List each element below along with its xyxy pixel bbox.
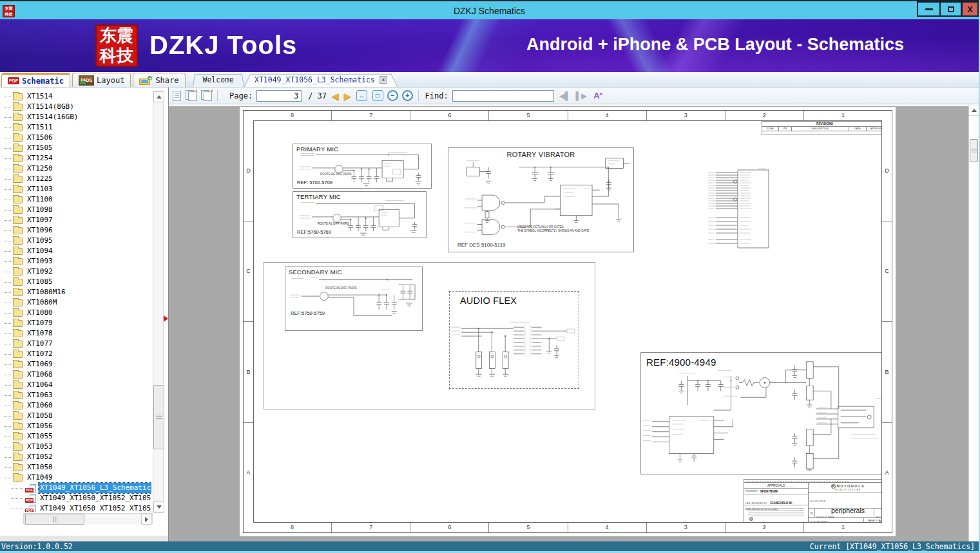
- zoom-in-button[interactable]: +: [402, 90, 413, 101]
- engineer-label: ENGINEER:: [745, 490, 758, 492]
- tree-folder-item[interactable]: XT1254: [0, 153, 151, 164]
- close-button[interactable]: X: [961, 1, 979, 17]
- tab-schematic[interactable]: PDF Schematic: [1, 73, 70, 87]
- scroll-up-button[interactable]: [153, 91, 164, 102]
- tree-folder-item[interactable]: XT1225: [0, 174, 151, 184]
- tree-folder-item[interactable]: XT1050: [0, 462, 151, 473]
- tree-folder-item[interactable]: XT1514(8GB): [0, 102, 151, 112]
- ruler-row-label: C: [882, 221, 892, 322]
- route-note: ROUTE AS DIFF PAIRS: [325, 286, 356, 290]
- tree-folder-item[interactable]: XT1511: [0, 122, 151, 133]
- rev-section: REV 01: [874, 509, 882, 517]
- copy-page-icon[interactable]: [186, 90, 197, 101]
- tree-item-label: XT1069: [26, 359, 54, 370]
- tree-folder-item[interactable]: XT1052: [0, 452, 151, 462]
- tertiary-mic-block: TERTIARY MIC ROUTE AS DIFF PAIRS REF:576…: [293, 191, 427, 238]
- tree-folder-item[interactable]: XT1514(16GB): [0, 112, 151, 122]
- tab-close-icon[interactable]: x: [380, 76, 387, 84]
- tree-folder-item[interactable]: XT1093: [0, 256, 151, 267]
- tree-item-label: XT1514: [26, 91, 54, 102]
- tree-folder-item[interactable]: XT1053: [0, 442, 151, 452]
- next-page-button[interactable]: ▶: [344, 91, 351, 100]
- sidebar-vertical-scrollbar[interactable]: [153, 91, 164, 513]
- tree-file-item[interactable]: PDFXT1049_XT1050_XT1052_XT1053_XT1: [0, 493, 151, 503]
- scroll-down-button[interactable]: [153, 501, 164, 512]
- minimize-button[interactable]: [917, 1, 941, 17]
- tree-folder-item[interactable]: XT1049: [0, 473, 151, 483]
- schematic-page[interactable]: 87654321 DCBA REVISIONS ZONELTRDESCRIPTI…: [240, 107, 896, 536]
- scroll-right-button[interactable]: [141, 514, 152, 525]
- ruler-bottom: 87654321: [253, 523, 882, 532]
- viewer-vertical-scrollbar[interactable]: [968, 106, 979, 541]
- scrollbar-thumb[interactable]: [970, 139, 978, 162]
- previous-page-button[interactable]: ◀: [332, 91, 339, 100]
- scrollbar-thumb[interactable]: [25, 514, 84, 525]
- tree-folder-item[interactable]: XT1056: [0, 421, 151, 431]
- find-input[interactable]: [452, 90, 554, 102]
- tree-folder-item[interactable]: XT1079: [0, 318, 151, 328]
- zoom-out-button[interactable]: −: [387, 90, 398, 101]
- tree-folder-item[interactable]: XT1085: [0, 277, 151, 287]
- tree-folder-item[interactable]: XT1098: [0, 205, 151, 215]
- tree-folder-item[interactable]: XT1072: [0, 349, 151, 359]
- folder-icon: [13, 238, 23, 245]
- revisions-title: REVISIONS: [762, 122, 882, 127]
- tree-file-selected[interactable]: PDFXT1049_XT1056_L3_Schematics: [0, 483, 151, 493]
- scroll-up-button[interactable]: [969, 106, 979, 116]
- sidebar-splitter-arrow[interactable]: [164, 315, 168, 322]
- tab-document[interactable]: XT1049_XT1056_L3_Schematics x: [244, 73, 398, 87]
- tree-folder-item[interactable]: XT1250: [0, 164, 151, 174]
- tree-folder-item[interactable]: XT1058: [0, 411, 151, 421]
- tree-folder-item[interactable]: XT1080: [0, 308, 151, 318]
- sidebar-horizontal-scrollbar[interactable]: [23, 513, 153, 524]
- tree-folder-item[interactable]: XT1092: [0, 267, 151, 277]
- ruler-row-label: B: [244, 321, 253, 422]
- snapshot-icon[interactable]: [201, 90, 212, 101]
- tree-folder-item[interactable]: XT1078: [0, 328, 151, 339]
- maximize-button[interactable]: [939, 1, 962, 17]
- page-number-input[interactable]: [256, 90, 302, 102]
- tree-folder-item[interactable]: XT1055: [0, 431, 151, 442]
- tree-folder-item[interactable]: XT1514: [0, 91, 151, 102]
- folder-icon: [13, 341, 23, 348]
- find-previous-button[interactable]: ◀▌: [559, 92, 571, 100]
- tree-folder-item[interactable]: XT1077: [0, 339, 151, 349]
- tree-folder-item[interactable]: XT1080M: [0, 297, 151, 308]
- tree-folder-item[interactable]: XT1069: [0, 359, 151, 370]
- page-view-icon[interactable]: [173, 91, 181, 101]
- tree-folder-item[interactable]: XT1097: [0, 215, 151, 225]
- banner-tagline: Android + iPhone & PCB Layout - Schemati…: [490, 35, 941, 55]
- app-window: 东震 科技 DZKJ Schematics X 东震 科技 DZKJ Tools…: [0, 0, 980, 553]
- tab-share[interactable]: Share: [133, 73, 185, 87]
- ruler-column-label: 1: [803, 523, 882, 532]
- folder-icon: [13, 320, 23, 327]
- fit-width-button[interactable]: ↔: [356, 90, 367, 101]
- tree-folder-item[interactable]: XT1060: [0, 400, 151, 411]
- tree-connector: [4, 189, 11, 190]
- tree-folder-item[interactable]: XT1064: [0, 380, 151, 390]
- tree-item-label: XT1250: [26, 164, 54, 174]
- tree-folder-item[interactable]: XT1506: [0, 133, 151, 143]
- ruler-row-label: C: [244, 221, 253, 322]
- tab-layout[interactable]: PADS Layout: [72, 73, 131, 87]
- custom-name-section: CUSTOM NAME PAGE 3 OF 37: [809, 518, 882, 523]
- tree-folder-item[interactable]: XT1068: [0, 370, 151, 380]
- main-area: XT1514XT1514(8GB)XT1514(16GB)XT1511XT150…: [0, 88, 979, 541]
- tab-document-label: XT1049_XT1056_L3_Schematics: [255, 75, 375, 84]
- tree-folder-item[interactable]: XT1103: [0, 184, 151, 194]
- find-next-button[interactable]: ▌▶: [575, 92, 587, 100]
- tree-file-item[interactable]: PDFXT1049_XT1050_XT1052_XT1053_XT1: [0, 503, 151, 512]
- scrollbar-thumb[interactable]: [153, 385, 164, 449]
- tree-folder-item[interactable]: XT1100: [0, 194, 151, 205]
- tree-folder-item[interactable]: XT1080M16: [0, 287, 151, 297]
- ruler-column-label: 1: [803, 111, 882, 120]
- fit-page-button[interactable]: □: [372, 90, 383, 101]
- tab-welcome[interactable]: Welcome: [193, 73, 244, 87]
- tree-folder-item[interactable]: XT1505: [0, 143, 151, 153]
- match-case-icon[interactable]: Aa: [593, 91, 602, 100]
- tree-folder-item[interactable]: XT1095: [0, 236, 151, 246]
- tree-item-label: XT1078: [26, 328, 54, 339]
- tree-folder-item[interactable]: XT1094: [0, 246, 151, 256]
- tree-folder-item[interactable]: XT1063: [0, 390, 151, 400]
- tree-folder-item[interactable]: XT1096: [0, 225, 151, 236]
